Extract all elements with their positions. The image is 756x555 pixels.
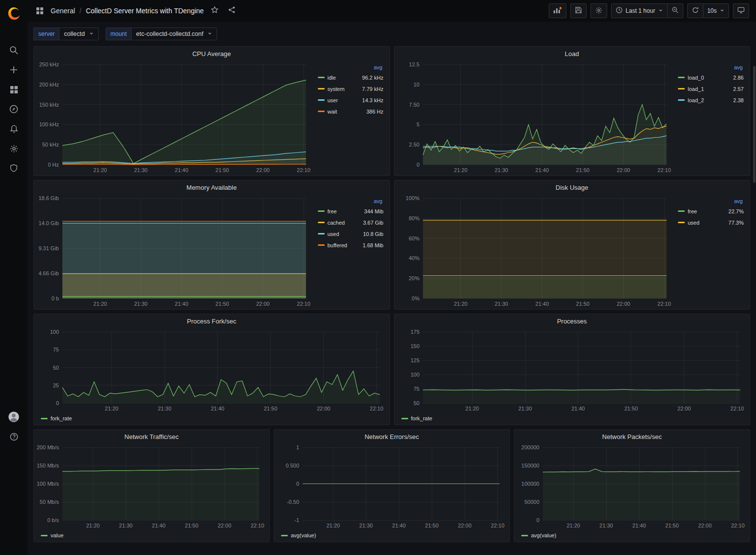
panel-title[interactable]: Disk Usage: [394, 180, 750, 194]
plus-icon: [9, 65, 19, 77]
legend-series-name: load_2: [688, 97, 704, 103]
sidebar: [0, 0, 28, 555]
search-icon: [9, 45, 19, 57]
refresh-interval-dropdown[interactable]: 10s: [703, 3, 729, 18]
sidebar-explore-button[interactable]: [4, 100, 24, 120]
sidebar-search-button[interactable]: [4, 41, 24, 61]
grafana-logo[interactable]: [4, 4, 24, 24]
panel-title[interactable]: Process Fork/sec: [34, 314, 390, 328]
refresh-button[interactable]: [687, 3, 703, 18]
scrollbar[interactable]: [753, 66, 756, 183]
sidebar-profile-button[interactable]: [4, 408, 24, 428]
legend-item-value[interactable]: value: [41, 532, 63, 538]
chart-svg: -1-0.5000.500121:2021:3021:4021:5022:002…: [277, 443, 506, 530]
svg-text:125: 125: [410, 357, 419, 363]
legend-item-avg-value[interactable]: avg(value): [281, 532, 316, 538]
legend-item-fork-rate[interactable]: fork_rate: [401, 415, 432, 421]
chart-disk-usage[interactable]: 0%20%40%60%80%100%21:2021:3021:4021:5022…: [397, 194, 673, 308]
zoom-out-button[interactable]: [667, 3, 683, 18]
legend-item-free[interactable]: free344 Mib: [318, 205, 384, 217]
svg-text:21:50: 21:50: [576, 301, 589, 307]
svg-text:21:30: 21:30: [158, 406, 171, 411]
add-panel-button[interactable]: [549, 3, 566, 18]
legend-item-used[interactable]: used10.8 Gib: [318, 228, 384, 239]
series-color-dash: [678, 88, 685, 89]
variable-server: server collectd: [33, 28, 99, 40]
variable-mount-value: etc-collectd-collectd.conf: [136, 30, 203, 37]
breadcrumb-section[interactable]: General: [51, 7, 75, 15]
share-button[interactable]: [225, 4, 238, 17]
chart-network-errors-sec[interactable]: -1-0.5000.500121:2021:3021:4021:5022:002…: [277, 443, 506, 530]
sidebar-configuration-button[interactable]: [4, 140, 24, 159]
chart-network-packets-sec[interactable]: 05000010000015000020000021:2021:3021:402…: [517, 443, 747, 530]
svg-text:22:00: 22:00: [218, 523, 231, 528]
svg-text:1: 1: [296, 444, 299, 450]
refresh-interval-label: 10s: [707, 7, 717, 14]
breadcrumb-title[interactable]: CollectD Server Metrics with TDengine: [86, 7, 204, 15]
legend-avg-header[interactable]: avg: [678, 64, 744, 70]
avatar-icon: [8, 411, 20, 425]
svg-text:21:40: 21:40: [535, 301, 549, 307]
save-dashboard-button[interactable]: [570, 3, 587, 18]
svg-text:21:50: 21:50: [425, 523, 439, 528]
chart-svg: 0 Hz50 kHz100 kHz150 kHz200 kHz250 kHz21…: [37, 60, 313, 175]
panel-network-traffic-sec: Network Traffic/sec0 b/s50 Mb/s100 Mb/s1…: [33, 429, 270, 542]
panel-title[interactable]: Load: [394, 47, 750, 60]
chart-memory-available[interactable]: 0 b4.66 Gib9.31 Gib14.0 Gib18.6 Gib21:20…: [37, 194, 313, 308]
variable-server-dropdown[interactable]: collectd: [59, 28, 98, 40]
legend-item-fork-rate[interactable]: fork_rate: [41, 415, 72, 421]
legend-item-load-2[interactable]: load_22.38: [678, 94, 744, 106]
panel-title[interactable]: Network Packets/sec: [514, 430, 750, 443]
legend-item-user[interactable]: user14.3 kHz: [318, 94, 384, 106]
legend-item-cached[interactable]: cached3.67 Gib: [318, 217, 384, 228]
bell-icon: [9, 124, 19, 136]
svg-text:22:00: 22:00: [698, 523, 712, 528]
chart-network-traffic-sec[interactable]: 0 b/s50 Mb/s100 Mb/s150 Mb/s200 Mb/s21:2…: [37, 443, 266, 530]
chart-process-fork-sec[interactable]: 025507510021:2021:3021:4021:5022:0022:10: [37, 328, 387, 413]
legend-item-system[interactable]: system7.79 kHz: [318, 83, 384, 94]
panel-title[interactable]: Network Errors/sec: [274, 430, 509, 443]
series-color-dash: [318, 111, 325, 112]
series-color-dash: [281, 535, 288, 536]
chart-processes[interactable]: 507510012515017521:2021:3021:4021:5022:0…: [397, 328, 747, 413]
legend-avg-header[interactable]: avg: [318, 64, 384, 70]
dashboard-settings-button[interactable]: [590, 3, 607, 18]
svg-text:21:20: 21:20: [93, 301, 107, 307]
template-variables-row: server collectd mount etc-collectd-colle…: [33, 28, 750, 40]
grafana-app: General / CollectD Server Metrics with T…: [0, 0, 756, 555]
legend-item-buffered[interactable]: buffered1.68 Mib: [318, 239, 384, 251]
chart-svg: 507510012515017521:2021:3021:4021:5022:0…: [397, 328, 747, 413]
legend-avg-header[interactable]: avg: [318, 198, 384, 204]
legend-item-free[interactable]: free22.7%: [678, 205, 744, 217]
svg-text:22:00: 22:00: [677, 406, 691, 411]
sidebar-create-button[interactable]: [4, 61, 24, 81]
svg-text:20%: 20%: [408, 275, 419, 281]
panel-title[interactable]: Network Traffic/sec: [34, 430, 269, 443]
legend-series-avg-value: 344 Mib: [364, 208, 383, 214]
refresh-icon: [692, 6, 699, 15]
chart-cpu-average[interactable]: 0 Hz50 kHz100 kHz150 kHz200 kHz250 kHz21…: [37, 60, 313, 175]
variable-mount-dropdown[interactable]: etc-collectd-collectd.conf: [131, 28, 217, 40]
series-color-dash: [678, 99, 685, 101]
cycle-view-button[interactable]: [733, 3, 749, 18]
sidebar-help-button[interactable]: [4, 428, 24, 447]
svg-text:9.31 Gib: 9.31 Gib: [38, 245, 59, 251]
legend-item-used[interactable]: used77.3%: [678, 217, 744, 228]
sidebar-server-admin-button[interactable]: [4, 159, 24, 179]
panel-title[interactable]: Processes: [394, 314, 750, 328]
sidebar-alerting-button[interactable]: [4, 120, 24, 140]
legend-item-load-1[interactable]: load_12.57: [678, 83, 744, 94]
star-button[interactable]: [208, 4, 221, 17]
legend-item-load-0[interactable]: load_02.86: [678, 72, 744, 83]
sidebar-dashboards-button[interactable]: [4, 81, 24, 100]
panel-title[interactable]: CPU Average: [34, 47, 390, 60]
svg-text:14.0 Gib: 14.0 Gib: [38, 220, 59, 226]
legend-avg-header[interactable]: avg: [678, 198, 744, 204]
time-range-picker[interactable]: Last 1 hour: [611, 3, 668, 18]
panel-title[interactable]: Memory Available: [34, 180, 390, 194]
legend-item-idle[interactable]: idle96.2 kHz: [318, 72, 384, 83]
chart-load[interactable]: 02.5057.501012.521:2021:3021:4021:5022:0…: [397, 60, 673, 175]
legend-item-avg-value[interactable]: avg(value): [521, 532, 556, 538]
svg-text:21:30: 21:30: [518, 406, 532, 411]
legend-item-wait[interactable]: wait386 Hz: [318, 106, 384, 117]
